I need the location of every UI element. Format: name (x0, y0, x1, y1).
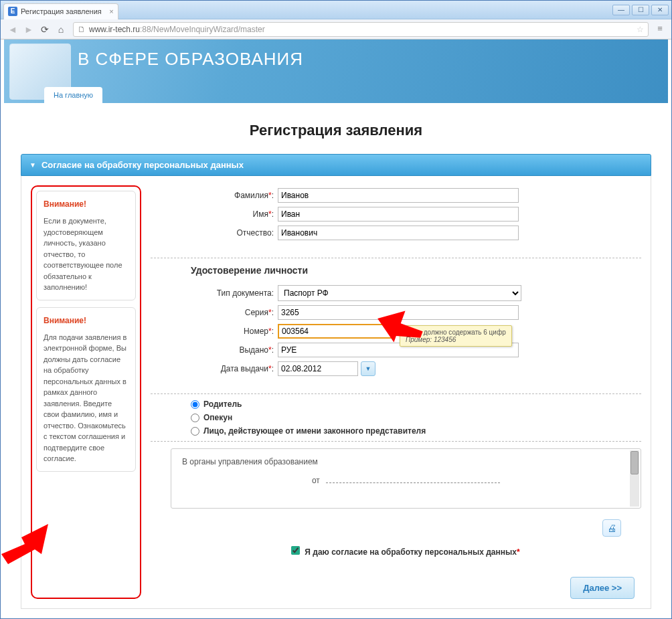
divider (151, 441, 641, 442)
issued-label: Выдано*: (151, 345, 278, 355)
radio-representative-row: Лицо, действующее от имени законного пре… (191, 426, 641, 436)
date-picker-button[interactable]: ▼ (361, 361, 375, 376)
accordion-title: Согласие на обработку персональных данны… (41, 160, 244, 170)
page-content: В СФЕРЕ ОБРАЗОВАНИЯ На главную Регистрац… (1, 39, 671, 618)
firstname-label: Имя*: (151, 209, 278, 219)
consent-text: В органы управления образованием от (182, 457, 630, 485)
globe-icon: 🗋 (78, 25, 86, 34)
consent-line1: В органы управления образованием (182, 457, 630, 466)
radio-parent-label: Родитель (203, 400, 242, 409)
banner-nav: На главную (44, 87, 102, 103)
radio-representative-label: Лицо, действующее от имени законного пре… (203, 426, 426, 436)
print-button[interactable]: 🖨 (602, 519, 621, 537)
annotation-arrow-icon (376, 310, 423, 345)
nav-buttons: ◄ ► ⟳ ⌂ (6, 23, 68, 36)
next-button[interactable]: Далее >> (570, 577, 635, 599)
browser-window: E Регистрация заявления × — ☐ ✕ ◄ ► ⟳ ⌂ … (0, 0, 672, 619)
scrollbar-thumb[interactable] (631, 451, 639, 474)
svg-marker-0 (372, 303, 428, 351)
banner-title: В СФЕРЕ ОБРАЗОВАНИЯ (78, 49, 668, 70)
warning-1-body: Если в документе, удостоверяющем личност… (44, 215, 129, 293)
doctype-select[interactable]: Паспорт РФ (278, 285, 521, 301)
browser-tab[interactable]: E Регистрация заявления × (3, 3, 118, 19)
toolbar-right: ≡ (654, 23, 666, 35)
radio-parent-row: Родитель (191, 400, 641, 409)
warning-1-title: Внимание! (44, 198, 129, 210)
lastname-input[interactable] (278, 188, 519, 203)
patronymic-input[interactable] (278, 226, 519, 240)
home-button[interactable]: ⌂ (54, 23, 68, 36)
warning-2-body: Для подачи заявления в электронной форме… (44, 332, 129, 464)
titlebar: E Регистрация заявления × — ☐ ✕ (1, 1, 671, 19)
id-section-title: Удостоверение личности (191, 265, 641, 276)
issuedate-input[interactable] (278, 361, 358, 376)
tab-title: Регистрация заявления (21, 7, 102, 15)
close-window-button[interactable]: ✕ (651, 5, 669, 15)
reload-button[interactable]: ⟳ (38, 23, 52, 36)
lastname-label: Фамилия*: (151, 191, 278, 200)
consent-checkbox-label: Я даю согласие на обработку персональных… (305, 547, 517, 557)
close-tab-icon[interactable]: × (109, 7, 113, 15)
series-label: Серия*: (151, 308, 278, 317)
consent-checkbox-row: Я даю согласие на обработку персональных… (291, 546, 641, 557)
bookmark-icon[interactable]: ☆ (637, 25, 644, 34)
address-bar[interactable]: 🗋 www.ir-tech.ru:88/NewMoveInquiryWizard… (73, 22, 649, 37)
favicon-icon: E (8, 7, 17, 16)
consent-checkbox[interactable] (291, 546, 300, 555)
patronymic-label: Отчество: (151, 228, 278, 238)
firstname-input[interactable] (278, 207, 519, 222)
annotation-arrow-icon (1, 524, 48, 566)
consent-blank-line (326, 482, 500, 483)
name-section: Фамилия*: Имя*: Отчество: (151, 185, 641, 252)
divider (151, 258, 641, 258)
back-button[interactable]: ◄ (6, 23, 19, 36)
radio-guardian[interactable] (191, 414, 199, 422)
svg-marker-1 (1, 524, 48, 564)
form-column: Фамилия*: Имя*: Отчество: Уд (151, 185, 641, 599)
window-buttons: — ☐ ✕ (612, 5, 669, 15)
accordion-body: Внимание! Если в документе, удостоверяющ… (21, 176, 651, 609)
menu-icon[interactable]: ≡ (654, 23, 666, 35)
browser-toolbar: ◄ ► ⟳ ⌂ 🗋 www.ir-tech.ru:88/NewMoveInqui… (1, 19, 671, 39)
page-title: Регистрация заявления (21, 122, 651, 139)
consent-text-box[interactable]: В органы управления образованием от (171, 448, 641, 509)
home-link[interactable]: На главную (44, 87, 102, 103)
warning-box-1: Внимание! Если в документе, удостоверяющ… (36, 191, 136, 300)
chevron-down-icon: ▼ (29, 161, 36, 169)
minimize-button[interactable]: — (612, 5, 630, 15)
consent-from-label: от (312, 476, 320, 485)
radio-guardian-row: Опекун (191, 413, 641, 422)
url-text: www.ir-tech.ru:88/NewMoveInquiryWizard/m… (89, 25, 637, 34)
radio-representative[interactable] (191, 427, 199, 436)
maximize-button[interactable]: ☐ (632, 5, 649, 15)
doctype-label: Тип документа: (151, 288, 278, 298)
radio-parent[interactable] (191, 400, 199, 409)
page-banner: В СФЕРЕ ОБРАЗОВАНИЯ На главную (4, 39, 668, 103)
number-label: Номер*: (151, 327, 278, 336)
radio-guardian-label: Опекун (203, 413, 232, 422)
divider (151, 393, 641, 394)
warning-2-title: Внимание! (44, 315, 129, 327)
accordion-header[interactable]: ▼ Согласие на обработку персональных дан… (21, 154, 651, 176)
forward-button[interactable]: ► (22, 23, 35, 36)
warning-box-2: Внимание! Для подачи заявления в электро… (36, 307, 136, 472)
page-body: Регистрация заявления ▼ Согласие на обра… (1, 103, 671, 618)
issuedate-label: Дата выдачи*: (151, 364, 278, 373)
